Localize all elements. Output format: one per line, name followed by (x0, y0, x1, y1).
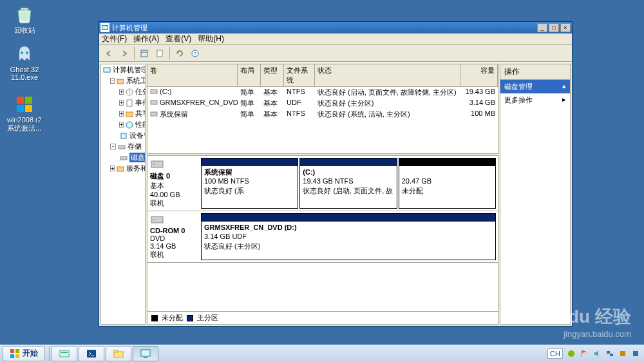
volume-block[interactable]: 系统保留100 MB NTFS状态良好 (系 (201, 158, 298, 209)
svg-rect-33 (10, 354, 14, 358)
desktop-icon-label: Ghost 32 11.0.exe (5, 66, 44, 81)
svg-rect-18 (126, 112, 133, 117)
volume-row[interactable]: ​ 系统保留简单基本NTFS状态良好 (系统, 活动, 主分区)100 MB (147, 109, 498, 120)
volume-row[interactable]: ​ (C:)简单基本NTFS状态良好 (启动, 页面文件, 故障转储, 主分区)… (147, 87, 498, 98)
col-layout[interactable]: 布局 (238, 64, 261, 86)
windows-icon (14, 94, 35, 115)
system-tray[interactable]: CH (544, 348, 644, 359)
volume-block[interactable]: GRMSXFRER_CN_DVD (D:)3.14 GB UDF状态良好 (主分… (201, 213, 496, 260)
svg-rect-44 (607, 351, 610, 354)
col-name[interactable]: 卷 (147, 64, 238, 86)
toolbar-help[interactable]: ? (188, 46, 202, 61)
svg-rect-6 (25, 105, 32, 112)
volume-block[interactable]: (C:)19.43 GB NTFS状态良好 (启动, 页面文件, 故 (299, 158, 397, 209)
tray-icon[interactable] (618, 349, 627, 358)
svg-rect-15 (117, 79, 124, 84)
col-capacity[interactable]: 容量 (460, 64, 498, 86)
tree-shared-folders[interactable]: +共享文件夹 (101, 108, 145, 119)
svg-rect-31 (10, 349, 14, 353)
taskbar-powershell[interactable] (79, 346, 104, 361)
svg-point-2 (26, 52, 28, 54)
tree-performance[interactable]: +性能 (101, 119, 145, 130)
volume-row[interactable]: ​ GRMSXFRER_CN_DVD (D:)简单基本UDF状态良好 (主分区)… (147, 98, 498, 109)
svg-text:?: ? (194, 51, 197, 57)
svg-rect-4 (25, 97, 32, 104)
svg-rect-34 (15, 354, 19, 358)
ghost-icon (14, 44, 35, 64)
col-fs[interactable]: 文件系统 (284, 64, 315, 86)
svg-rect-45 (610, 354, 613, 356)
minimize-button[interactable]: _ (537, 23, 547, 32)
tray-flag-icon[interactable] (580, 349, 589, 358)
svg-point-1 (21, 52, 23, 54)
desktop-icon-activator[interactable]: win2008 r2 系统激活... (5, 94, 44, 133)
tray-icon[interactable] (567, 349, 576, 358)
svg-rect-47 (633, 351, 638, 356)
toolbar-forward[interactable] (117, 46, 131, 61)
actions-header: 操作 (500, 64, 570, 80)
tray-icon[interactable] (631, 349, 640, 358)
svg-rect-40 (141, 350, 150, 356)
svg-rect-39 (114, 350, 118, 352)
tree-task-scheduler[interactable]: +任务计划程序 (101, 86, 145, 97)
titlebar[interactable]: 计算机管理 _ □ × (99, 22, 572, 33)
tree-storage[interactable]: -存储 (101, 141, 145, 152)
menu-view[interactable]: 查看(V) (166, 33, 191, 44)
tree-disk-management[interactable]: 磁盘管理 (101, 152, 145, 163)
svg-rect-14 (104, 68, 110, 72)
tree-device-manager[interactable]: 设备管理器 (101, 130, 145, 141)
taskbar: 开始 CH (0, 344, 644, 362)
taskbar-server-manager[interactable] (52, 346, 77, 361)
volume-list[interactable]: 卷 布局 类型 文件系统 状态 容量 ​ (C:)简单基本NTFS状态良好 (启… (147, 64, 498, 154)
tree-event-viewer[interactable]: +事件查看器 (101, 97, 145, 108)
action-more[interactable]: 更多操作▸ (500, 93, 570, 107)
tree-system-tools[interactable]: -系统工具 (101, 75, 145, 86)
tray-volume-icon[interactable] (592, 349, 601, 358)
windows-logo-icon (10, 348, 20, 359)
col-type[interactable]: 类型 (261, 64, 284, 86)
disk-row: 磁盘 0基本40.00 GB联机系统保留100 MB NTFS状态良好 (系(C… (147, 156, 498, 211)
toolbar-properties[interactable] (153, 46, 167, 61)
toolbar-refresh[interactable] (173, 46, 187, 61)
tree-root[interactable]: 计算机管理(本地) (101, 64, 145, 75)
svg-rect-29 (151, 216, 163, 223)
tray-network-icon[interactable] (605, 349, 614, 358)
disk-row: CD-ROM 0DVD3.14 GB联机GRMSXFRER_CN_DVD (D:… (147, 211, 498, 263)
menu-help[interactable]: 帮助(H) (198, 33, 224, 44)
svg-rect-25 (151, 100, 157, 104)
volume-block[interactable]: 20.47 GB未分配 (399, 158, 496, 209)
svg-rect-26 (151, 112, 157, 116)
svg-rect-36 (61, 352, 68, 353)
col-status[interactable]: 状态 (315, 64, 460, 86)
recycle-bin-icon (14, 4, 35, 24)
desktop-icon-recycle-bin[interactable]: 回收站 (5, 4, 44, 35)
legend: 未分配 主分区 (147, 311, 498, 324)
navigation-tree[interactable]: 计算机管理(本地) -系统工具 +任务计划程序 +事件查看器 +共享文件夹 +性… (100, 64, 146, 325)
svg-rect-17 (127, 100, 132, 106)
menu-file[interactable]: 文件(F) (102, 33, 127, 44)
svg-point-19 (126, 122, 133, 128)
toolbar-back[interactable] (102, 46, 116, 61)
taskbar-computer-management[interactable] (133, 346, 158, 361)
desktop-icon-label: win2008 r2 系统激活... (5, 116, 44, 133)
start-button[interactable]: 开始 (3, 346, 45, 361)
svg-rect-22 (120, 157, 127, 160)
tree-services-apps[interactable]: +服务和应用程序 (101, 163, 145, 174)
svg-rect-24 (151, 90, 157, 93)
svg-rect-3 (17, 97, 24, 104)
svg-rect-43 (582, 350, 582, 357)
svg-point-30 (153, 219, 155, 220)
collapse-icon: ▴ (562, 82, 566, 91)
close-button[interactable]: × (560, 23, 571, 32)
maximize-button[interactable]: □ (549, 23, 559, 32)
svg-rect-21 (118, 146, 125, 149)
language-indicator[interactable]: CH (547, 348, 563, 359)
menu-action[interactable]: 操作(A) (133, 33, 159, 44)
desktop-icon-ghost[interactable]: Ghost 32 11.0.exe (5, 44, 44, 81)
toolbar-views[interactable] (137, 46, 151, 61)
taskbar-explorer[interactable] (106, 346, 131, 361)
volume-list-header: 卷 布局 类型 文件系统 状态 容量 (147, 64, 498, 87)
desktop-icon-label: 回收站 (5, 26, 44, 35)
action-category[interactable]: 磁盘管理▴ (500, 80, 570, 93)
svg-point-28 (153, 164, 155, 165)
